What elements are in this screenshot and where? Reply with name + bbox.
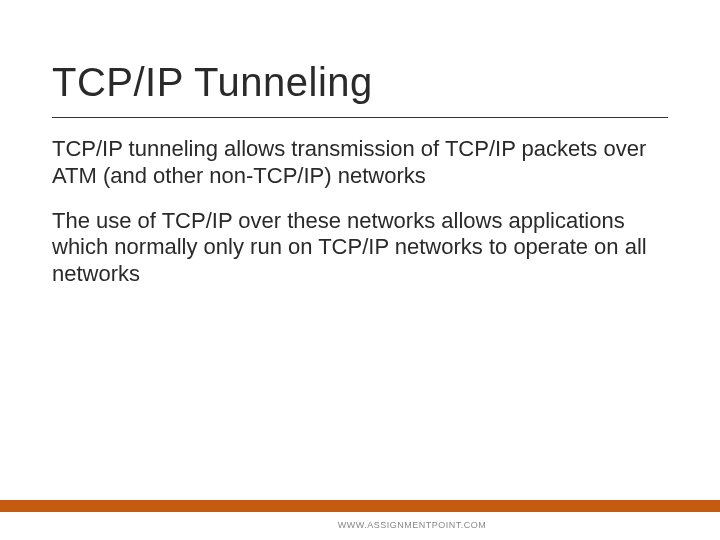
footer-accent-bar xyxy=(0,500,720,512)
footer-url: WWW.ASSIGNMENTPOINT.COM xyxy=(52,520,720,530)
slide-title: TCP/IP Tunneling xyxy=(52,60,668,118)
paragraph-2: The use of TCP/IP over these networks al… xyxy=(52,208,668,288)
slide-container: TCP/IP Tunneling TCP/IP tunneling allows… xyxy=(0,0,720,540)
paragraph-1: TCP/IP tunneling allows transmission of … xyxy=(52,136,668,190)
